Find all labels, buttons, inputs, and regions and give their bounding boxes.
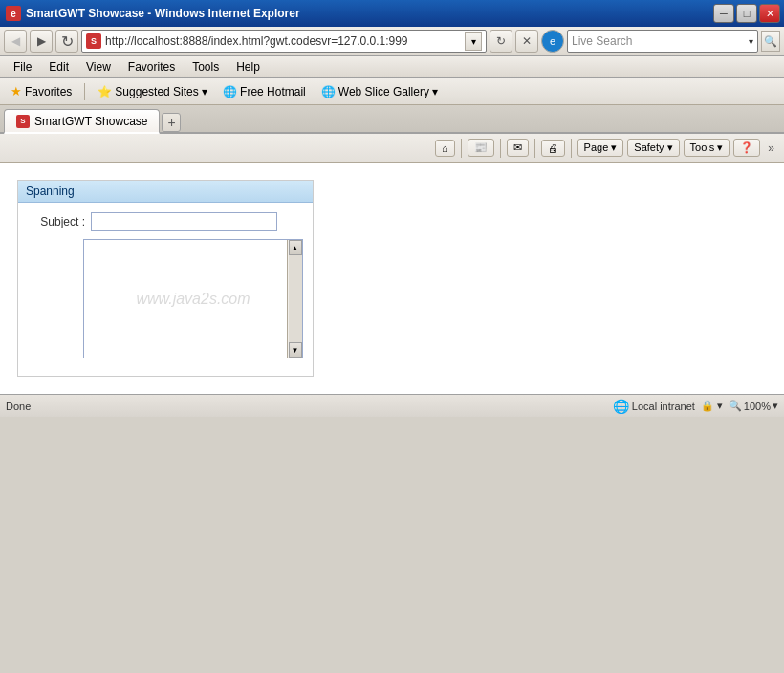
nav-bar: ◀ ▶ ↻ S http://localhost:8888/index.html… bbox=[0, 27, 784, 56]
suggested-sites-icon: ⭐ bbox=[98, 85, 112, 98]
tab-bar: S SmartGWT Showcase + bbox=[0, 105, 784, 134]
search-go-button[interactable]: 🔍 bbox=[761, 31, 780, 52]
help-button[interactable]: ❓ bbox=[733, 139, 760, 157]
title-bar: e SmartGWT Showcase - Windows Internet E… bbox=[0, 0, 784, 27]
print-icon: 🖨 bbox=[548, 142, 558, 154]
favorites-button[interactable]: ★ Favorites bbox=[6, 82, 76, 100]
mail-icon: ✉ bbox=[513, 141, 522, 154]
zone-icon: 🌐 bbox=[613, 399, 629, 414]
maximize-button[interactable]: □ bbox=[736, 4, 757, 23]
textarea-row: ▲ ▼ www.java2s.com bbox=[28, 239, 303, 358]
menu-favorites[interactable]: Favorites bbox=[120, 58, 183, 76]
panel-title: Spanning bbox=[18, 181, 313, 203]
subject-row: Subject : bbox=[28, 212, 303, 231]
search-placeholder: Live Search bbox=[572, 34, 745, 48]
rss-icon: 📰 bbox=[474, 141, 488, 154]
fav-separator-1 bbox=[84, 83, 85, 100]
zone-group: 🌐 Local intranet bbox=[613, 399, 695, 414]
menu-bar: File Edit View Favorites Tools Help bbox=[0, 56, 784, 78]
favorites-star-icon: ★ bbox=[11, 84, 22, 98]
menu-file[interactable]: File bbox=[6, 58, 39, 76]
toolbar-sep-4 bbox=[571, 139, 572, 158]
close-button[interactable]: ✕ bbox=[759, 4, 780, 23]
browser-icon: e bbox=[6, 6, 21, 21]
safety-button[interactable]: Safety ▾ bbox=[627, 139, 679, 157]
page-label: Page ▾ bbox=[584, 141, 618, 154]
tools-label: Tools ▾ bbox=[690, 141, 724, 154]
zoom-dropdown[interactable]: ▾ bbox=[773, 400, 778, 412]
status-text: Done bbox=[6, 401, 31, 412]
web-slice-gallery-link[interactable]: 🌐 Web Slice Gallery ▾ bbox=[316, 83, 443, 100]
panel-body: Subject : ▲ ▼ www.java2s.com bbox=[18, 203, 313, 376]
free-hotmail-link[interactable]: 🌐 Free Hotmail bbox=[218, 83, 311, 100]
content-area: Spanning Subject : ▲ ▼ www.java2s.com bbox=[0, 163, 784, 394]
free-hotmail-icon: 🌐 bbox=[223, 85, 237, 98]
forward-button[interactable]: ▶ bbox=[30, 30, 53, 53]
scroll-up-button[interactable]: ▲ bbox=[289, 240, 302, 255]
stop-button[interactable]: ✕ bbox=[515, 30, 538, 53]
help-icon: ❓ bbox=[740, 141, 753, 154]
favorites-bar: ★ Favorites ⭐ Suggested Sites ▾ 🌐 Free H… bbox=[0, 78, 784, 105]
zoom-group: 🔍 100% ▾ bbox=[729, 400, 778, 412]
subject-label: Subject : bbox=[28, 215, 85, 228]
suggested-sites-label: Suggested Sites ▾ bbox=[115, 85, 207, 98]
message-textarea[interactable] bbox=[84, 240, 302, 358]
menu-tools[interactable]: Tools bbox=[185, 58, 227, 76]
tools-button[interactable]: Tools ▾ bbox=[684, 139, 730, 157]
tab-label: SmartGWT Showcase bbox=[34, 115, 147, 128]
menu-edit[interactable]: Edit bbox=[41, 58, 76, 76]
zone-text: Local intranet bbox=[632, 401, 695, 412]
address-dropdown[interactable]: ▾ bbox=[465, 32, 482, 51]
address-favicon: S bbox=[86, 33, 101, 49]
subject-input[interactable] bbox=[91, 212, 277, 231]
page-button[interactable]: Page ▾ bbox=[577, 139, 624, 157]
spanning-panel: Spanning Subject : ▲ ▼ www.java2s.com bbox=[17, 180, 314, 377]
refresh-button[interactable]: ↻ bbox=[55, 30, 78, 53]
more-toolbar-button[interactable]: » bbox=[764, 140, 778, 157]
lock-icon: 🔒 bbox=[701, 400, 714, 412]
status-bar: Done 🌐 Local intranet 🔒 ▾ 🔍 100% ▾ bbox=[0, 394, 784, 417]
search-bar[interactable]: Live Search ▾ bbox=[567, 30, 758, 53]
scroll-track bbox=[289, 255, 302, 342]
textarea-container: ▲ ▼ www.java2s.com bbox=[83, 239, 303, 358]
window-controls: ─ □ ✕ bbox=[713, 4, 780, 23]
suggested-sites-link[interactable]: ⭐ Suggested Sites ▾ bbox=[93, 83, 212, 100]
toolbar-sep-2 bbox=[500, 139, 501, 158]
free-hotmail-label: Free Hotmail bbox=[240, 85, 306, 98]
address-bar[interactable]: S http://localhost:8888/index.html?gwt.c… bbox=[81, 30, 487, 53]
menu-view[interactable]: View bbox=[78, 58, 119, 76]
back-button[interactable]: ◀ bbox=[4, 30, 27, 53]
mail-button[interactable]: ✉ bbox=[507, 139, 529, 157]
window-title: SmartGWT Showcase - Windows Internet Exp… bbox=[26, 7, 300, 20]
zoom-text: 100% bbox=[744, 401, 771, 412]
refresh-go-button[interactable]: ↻ bbox=[490, 30, 512, 53]
new-tab-button[interactable]: + bbox=[162, 113, 181, 132]
toolbar-row: ⌂ 📰 ✉ 🖨 Page ▾ Safety ▾ Tools ▾ ❓ » bbox=[0, 134, 784, 163]
menu-help[interactable]: Help bbox=[229, 58, 268, 76]
status-right: 🌐 Local intranet 🔒 ▾ 🔍 100% ▾ bbox=[613, 399, 778, 414]
tab-smartgwt[interactable]: S SmartGWT Showcase bbox=[4, 109, 160, 134]
lock-dropdown[interactable]: ▾ bbox=[717, 400, 723, 412]
favorites-label: Favorites bbox=[25, 85, 72, 98]
rss-button[interactable]: 📰 bbox=[468, 139, 494, 157]
zoom-icon: 🔍 bbox=[729, 400, 742, 412]
tab-favicon: S bbox=[16, 115, 30, 128]
vertical-scrollbar[interactable]: ▲ ▼ bbox=[287, 240, 302, 358]
web-slice-gallery-label: Web Slice Gallery ▾ bbox=[338, 85, 438, 98]
search-dropdown[interactable]: ▾ bbox=[749, 36, 753, 47]
search-provider-button[interactable]: e bbox=[541, 30, 564, 53]
web-slice-gallery-icon: 🌐 bbox=[321, 85, 336, 98]
safety-label: Safety ▾ bbox=[634, 141, 672, 154]
home-button[interactable]: ⌂ bbox=[435, 140, 455, 157]
lock-group: 🔒 ▾ bbox=[701, 400, 723, 412]
address-text: http://localhost:8888/index.html?gwt.cod… bbox=[105, 34, 461, 48]
home-icon: ⌂ bbox=[442, 142, 448, 154]
print-button[interactable]: 🖨 bbox=[541, 140, 565, 157]
minimize-button[interactable]: ─ bbox=[713, 4, 734, 23]
toolbar-sep-3 bbox=[534, 139, 535, 158]
scroll-down-button[interactable]: ▼ bbox=[289, 342, 302, 358]
toolbar-sep-1 bbox=[461, 139, 462, 158]
